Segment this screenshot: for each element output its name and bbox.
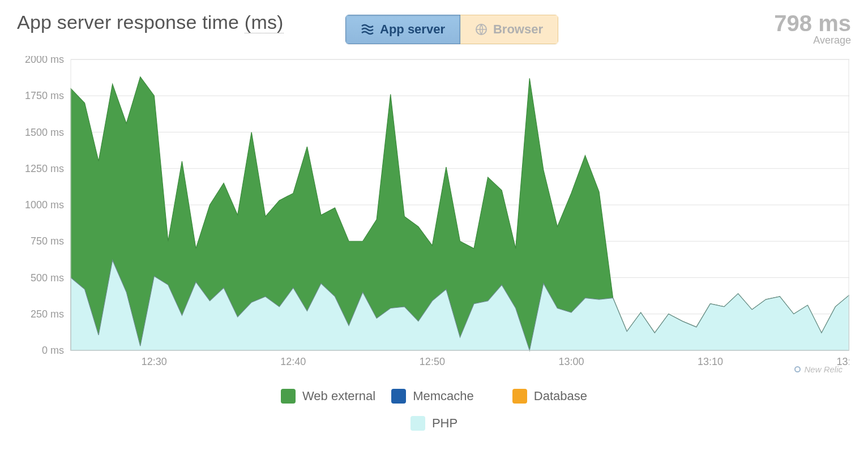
layers-icon bbox=[361, 24, 374, 35]
panel-header: App server response time (ms) App server bbox=[17, 11, 851, 46]
legend: Web external Memcache Database PHP bbox=[276, 389, 593, 431]
legend-memcache[interactable]: Memcache bbox=[391, 389, 474, 404]
swatch-memcache bbox=[391, 389, 406, 404]
svg-text:2000 ms: 2000 ms bbox=[25, 56, 64, 65]
legend-php[interactable]: PHP bbox=[411, 416, 457, 431]
chart-area[interactable]: 0 ms250 ms500 ms750 ms1000 ms1250 ms1500… bbox=[17, 56, 849, 373]
ring-icon bbox=[794, 366, 801, 372]
legend-label: Web external bbox=[302, 389, 375, 404]
legend-database[interactable]: Database bbox=[512, 389, 587, 404]
legend-web-external[interactable]: Web external bbox=[281, 389, 375, 404]
legend-label: PHP bbox=[432, 416, 457, 431]
svg-text:250 ms: 250 ms bbox=[31, 308, 64, 320]
svg-text:12:40: 12:40 bbox=[280, 356, 306, 367]
svg-text:13:00: 13:00 bbox=[558, 356, 584, 367]
svg-text:1250 ms: 1250 ms bbox=[25, 163, 64, 174]
svg-text:12:50: 12:50 bbox=[420, 356, 445, 367]
svg-text:0 ms: 0 ms bbox=[42, 345, 64, 356]
attribution: New Relic bbox=[794, 364, 843, 374]
tab-label: App server bbox=[380, 22, 445, 37]
title-unit: (ms) bbox=[245, 11, 284, 33]
stat-value: 798 ms bbox=[774, 11, 851, 35]
svg-text:1500 ms: 1500 ms bbox=[25, 126, 64, 138]
attribution-text: New Relic bbox=[804, 364, 843, 374]
swatch-web-external bbox=[281, 389, 296, 404]
svg-text:500 ms: 500 ms bbox=[31, 272, 64, 283]
view-tabs: App server Browser bbox=[345, 15, 558, 44]
svg-text:750 ms: 750 ms bbox=[31, 235, 64, 247]
legend-label: Database bbox=[534, 389, 587, 404]
globe-icon bbox=[475, 23, 488, 36]
svg-text:13:10: 13:10 bbox=[698, 356, 723, 367]
swatch-php bbox=[411, 416, 425, 431]
tab-label: Browser bbox=[493, 22, 543, 37]
summary-stat: 798 ms Average bbox=[774, 11, 851, 46]
svg-text:12:30: 12:30 bbox=[142, 356, 167, 367]
tab-browser[interactable]: Browser bbox=[460, 15, 558, 44]
legend-label: Memcache bbox=[413, 389, 474, 404]
svg-text:1750 ms: 1750 ms bbox=[25, 90, 64, 101]
title-text: App server response time bbox=[17, 11, 239, 33]
stat-label: Average bbox=[774, 35, 851, 46]
chart-panel: App server response time (ms) App server bbox=[0, 0, 868, 459]
response-time-chart[interactable]: 0 ms250 ms500 ms750 ms1000 ms1250 ms1500… bbox=[17, 56, 849, 373]
panel-title: App server response time (ms) bbox=[17, 11, 284, 33]
swatch-database bbox=[512, 389, 527, 404]
svg-text:1000 ms: 1000 ms bbox=[25, 199, 64, 211]
tab-app-server[interactable]: App server bbox=[345, 15, 460, 44]
